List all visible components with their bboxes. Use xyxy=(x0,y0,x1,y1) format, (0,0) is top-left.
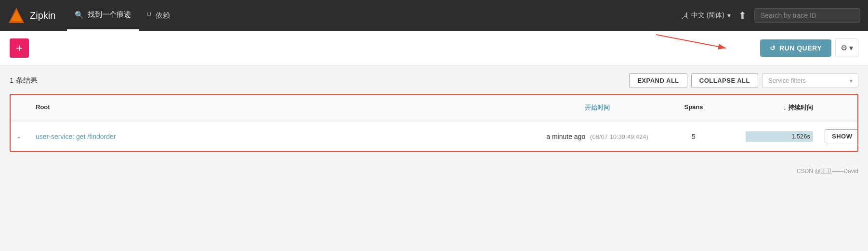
navbar: Zipkin 🔍 找到一个痕迹 ⑂ 依赖 𝓐 中文 (简体) ▾ ⬆ xyxy=(0,0,868,31)
toolbar: + ↺ RUN QUERY ⚙ ▾ xyxy=(0,31,868,65)
lang-chevron-icon: ▾ xyxy=(727,12,731,19)
nav-find-trace[interactable]: 🔍 找到一个痕迹 xyxy=(67,0,139,31)
results-actions: EXPAND ALL COLLAPSE ALL Service filters xyxy=(629,73,858,88)
results-header: 1 条结果 EXPAND ALL COLLAPSE ALL Service fi… xyxy=(10,73,858,88)
nav-dependencies[interactable]: ⑂ 依赖 xyxy=(139,0,178,31)
toolbar-right: ↺ RUN QUERY ⚙ ▾ xyxy=(760,38,859,57)
expand-all-button[interactable]: EXPAND ALL xyxy=(629,73,687,88)
logo-area[interactable]: Zipkin xyxy=(8,7,55,24)
row-expand-chevron[interactable]: ⌄ xyxy=(11,129,30,144)
gear-icon: ⚙ xyxy=(841,43,847,52)
language-selector[interactable]: 𝓐 中文 (简体) ▾ xyxy=(682,11,731,21)
header-action xyxy=(819,100,857,116)
run-query-button[interactable]: ↺ RUN QUERY xyxy=(760,39,832,57)
show-button[interactable]: SHOW xyxy=(825,129,858,143)
start-time-relative: a minute ago xyxy=(546,133,585,140)
row-start-time: a minute ago (08/07 10:39:49:424) xyxy=(530,129,665,144)
settings-button[interactable]: ⚙ ▾ xyxy=(835,38,858,57)
trace-search-input[interactable] xyxy=(754,8,860,23)
plus-icon: + xyxy=(16,41,23,55)
table-row: ⌄ user-service: get /findorder a minute … xyxy=(11,121,857,151)
header-start-time: 开始时间 xyxy=(530,100,665,116)
service-filter-wrapper: Service filters xyxy=(762,73,858,88)
row-action: SHOW xyxy=(819,126,857,147)
collapse-all-button[interactable]: COLLAPSE ALL xyxy=(691,73,758,88)
header-duration: ↓ 持续时间 xyxy=(723,100,819,116)
duration-value: 1.526s xyxy=(791,133,810,140)
dependency-nav-icon: ⑂ xyxy=(146,11,152,21)
duration-bar: 1.526s xyxy=(746,131,813,142)
row-spans: 5 xyxy=(665,129,723,144)
settings-chevron-icon: ▾ xyxy=(849,43,853,52)
annotation-arrow xyxy=(651,30,738,54)
header-chevron xyxy=(11,100,30,116)
results-section: 1 条结果 EXPAND ALL COLLAPSE ALL Service fi… xyxy=(0,65,868,152)
nav-links: 🔍 找到一个痕迹 ⑂ 依赖 xyxy=(67,0,681,31)
refresh-icon: ↺ xyxy=(770,44,776,52)
row-root[interactable]: user-service: get /findorder xyxy=(30,129,530,144)
results-count: 1 条结果 xyxy=(10,76,38,85)
start-time-absolute: (08/07 10:39:49:424) xyxy=(590,133,648,140)
navbar-right: 𝓐 中文 (简体) ▾ ⬆ xyxy=(682,8,860,23)
header-root: Root xyxy=(30,100,530,116)
svg-line-3 xyxy=(656,35,726,48)
search-nav-icon: 🔍 xyxy=(75,11,84,19)
brand-name: Zipkin xyxy=(30,10,55,21)
upload-icon[interactable]: ⬆ xyxy=(738,10,747,21)
header-spans: Spans xyxy=(665,100,723,116)
footer-text: CSDN @王卫——David xyxy=(797,168,858,175)
service-filter-select[interactable]: Service filters xyxy=(762,73,858,88)
add-button[interactable]: + xyxy=(10,38,29,58)
chevron-down-icon: ⌄ xyxy=(16,133,21,140)
footer: CSDN @王卫——David xyxy=(0,160,868,183)
row-duration: 1.526s xyxy=(723,127,819,146)
translate-icon: 𝓐 xyxy=(682,11,688,21)
table-header-row: Root 开始时间 Spans ↓ 持续时间 xyxy=(11,95,857,121)
zipkin-logo-icon xyxy=(8,7,25,24)
results-table: Root 开始时间 Spans ↓ 持续时间 ⌄ user-service: g… xyxy=(10,94,858,152)
